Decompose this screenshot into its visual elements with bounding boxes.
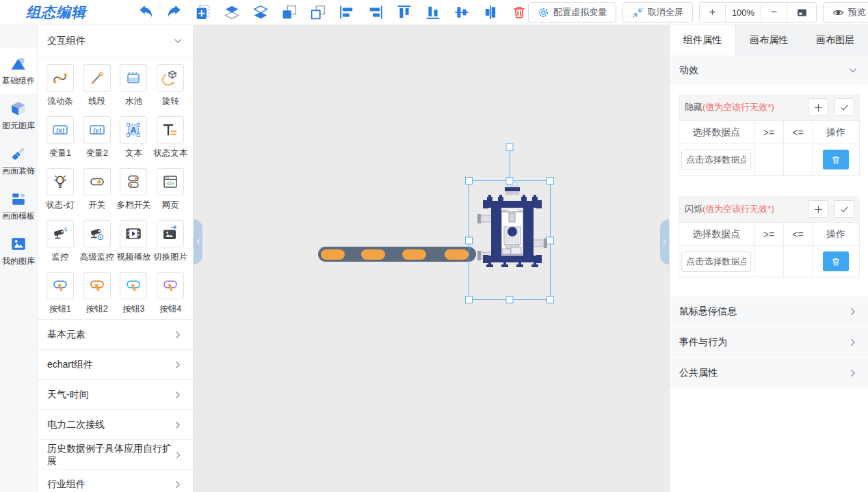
palette-item-camera[interactable]: 监控 [42,220,79,263]
chevron-down-icon [847,65,858,76]
palette-item-water-tank[interactable]: 水池 [116,64,153,107]
palette-item-flow-bar[interactable]: 流动条 [42,64,79,107]
align-right-icon[interactable] [368,5,383,20]
add-rule-button[interactable] [808,98,828,116]
machine-component[interactable] [477,182,547,271]
resize-handle-n[interactable] [506,177,514,184]
section-hover-info[interactable]: 鼠标悬停信息 [670,297,868,326]
datapoint-input[interactable] [681,251,751,272]
datapoint-input[interactable] [681,150,751,170]
layout-icon [10,191,27,207]
palette-item-webpage[interactable]: </> 网页 [152,168,189,211]
gte-cell[interactable] [754,144,783,176]
resize-handle-sw[interactable] [465,296,473,303]
confirm-rule-button[interactable] [834,200,854,218]
align-left-icon[interactable] [339,5,354,20]
rule-header: 隐藏(值为空该行无效*) [678,94,860,120]
palette-item-button3[interactable]: 按钮3 [116,272,153,315]
palette-item-line[interactable]: 线段 [79,64,116,107]
rail-item-my-gallery[interactable]: 我的图库 [0,229,37,274]
resize-handle-nw[interactable] [465,177,473,184]
align-hcenter-icon[interactable] [483,5,498,20]
align-bottom-icon[interactable] [425,5,440,20]
palette-item-video-player[interactable]: 视频播放 [116,220,153,263]
rail-item-screen-template[interactable]: 画面模板 [0,184,37,229]
resize-handle-ne[interactable] [547,177,554,184]
tab-component-properties[interactable]: 组件属性 [670,25,736,55]
gte-cell[interactable] [754,246,783,277]
design-canvas[interactable] [194,25,669,492]
section-animation[interactable]: 动效 [670,55,868,85]
palette-item-advanced-camera[interactable]: 高级监控 [79,220,116,263]
palette-item-variable2[interactable]: (y) 变量2 [79,116,116,159]
resize-handle-e[interactable] [547,236,554,244]
palette-section-industry[interactable]: 行业组件 [38,469,193,492]
component-palette: 交互组件 流动条 线段 水池 旋转 (x) 变量1 (y) 变量2 A [38,25,194,492]
chevron-right-icon [847,368,858,379]
send-back-icon[interactable] [311,5,326,20]
confirm-rule-button[interactable] [834,98,854,116]
lte-cell[interactable] [783,246,812,277]
palette-item-status-lamp[interactable]: 状态-灯 [42,168,79,211]
palette-header-label: 交互组件 [47,35,86,47]
preview-button[interactable]: 预览 [823,2,868,23]
exit-fullscreen-button[interactable]: 取消全屏 [622,2,693,23]
rail-item-label: 基础组件 [2,75,35,87]
section-events-behavior[interactable]: 事件与行为 [670,327,868,357]
add-page-icon[interactable] [196,5,211,20]
zoom-out-button[interactable]: − [761,3,787,22]
layer-up-icon[interactable] [224,5,239,20]
palette-item-button4[interactable]: 按钮4 [152,272,189,315]
delete-rule-row-button[interactable] [823,251,849,271]
collapse-right-panel-handle[interactable] [660,219,669,264]
palette-item-switch[interactable]: 开关 [79,168,116,211]
col-lte: <= [783,121,812,144]
resize-handle-se[interactable] [547,296,554,303]
palette-item-rotate[interactable]: 旋转 [152,64,189,107]
video-player-icon [124,225,142,243]
palette-item-variable1[interactable]: (x) 变量1 [42,116,79,159]
bring-front-icon[interactable] [282,5,297,20]
palette-section-echart[interactable]: echart组件 [38,349,193,379]
tab-canvas-properties[interactable]: 画布属性 [736,25,802,55]
palette-section-weather-time[interactable]: 天气-时间 [38,379,193,409]
palette-item-multi-switch[interactable]: 多档开关 [116,168,153,211]
resize-handle-s[interactable] [506,296,514,303]
collapse-left-panel-handle[interactable] [194,219,202,264]
rule-table: 选择数据点 >= <= 操作 [678,120,860,176]
rail-item-basic-components[interactable]: 基础组件 [0,49,37,94]
align-top-icon[interactable] [397,5,412,20]
rail-item-screen-decoration[interactable]: 画面装饰 [0,139,37,184]
add-rule-button[interactable] [808,200,828,218]
palette-section-history-data[interactable]: 历史数据例子具体应用自行扩展 [38,439,193,469]
rail-item-element-gallery[interactable]: 图元图库 [0,94,37,139]
section-common-properties[interactable]: 公共属性 [670,358,868,387]
palette-section-power-wiring[interactable]: 电力二次接线 [38,409,193,439]
palette-item-status-text[interactable]: 状态文本 [152,116,189,159]
redo-icon[interactable] [167,5,182,20]
check-icon [839,102,850,113]
layer-down-icon[interactable] [253,5,268,20]
toolbar-buttons: 配置虚拟变量 取消全屏 + 100% − 预览 [528,2,863,23]
tab-canvas-layers[interactable]: 画布图层 [802,25,868,55]
rotation-handle[interactable] [506,144,514,151]
palette-item-text[interactable]: A 文本 [116,116,153,159]
align-vcenter-icon[interactable] [454,5,469,20]
resize-handle-w[interactable] [465,236,473,244]
fit-canvas-button[interactable] [787,3,816,22]
undo-icon[interactable] [138,5,153,20]
zoom-control: + 100% − [699,2,817,23]
palette-item-label: 多档开关 [116,200,150,211]
palette-item-button2[interactable]: 按钮2 [79,272,116,315]
palette-section-basic-elements[interactable]: 基本元素 [38,319,193,349]
delete-icon[interactable] [512,5,527,20]
palette-header[interactable]: 交互组件 [38,25,193,57]
zoom-in-button[interactable]: + [700,3,726,22]
palette-item-switch-image[interactable]: 切换图片 [152,220,189,263]
rule-header: 闪烁(值为空该行无效*) [678,196,860,222]
delete-rule-row-button[interactable] [823,150,849,169]
lte-cell[interactable] [783,144,812,176]
config-virtual-vars-button[interactable]: 配置虚拟变量 [528,2,616,23]
flow-bar-component[interactable] [318,247,476,262]
palette-item-button1[interactable]: 按钮1 [42,272,79,315]
